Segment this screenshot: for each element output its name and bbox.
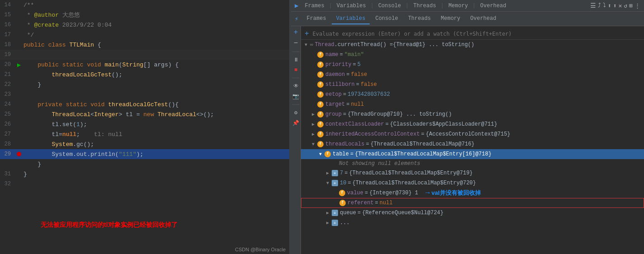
iacc-expand[interactable] (310, 131, 316, 137)
field-icon: f (317, 91, 324, 98)
watch-add-icon[interactable]: + (305, 30, 309, 38)
entry10-expand[interactable] (324, 180, 331, 186)
tab-overhead[interactable]: Overhead (466, 14, 501, 24)
entry7-expand[interactable] (324, 170, 331, 176)
top-tab-variables[interactable]: Variables (335, 2, 368, 10)
array-icon-10: ≡ (332, 180, 338, 186)
grid-icon[interactable]: ⊞ (629, 2, 633, 9)
var-name-field[interactable]: f name = "main" (301, 50, 644, 60)
field-icon: f (317, 121, 324, 127)
camera-icon[interactable]: 📷 (292, 93, 299, 100)
field-icon: f (317, 141, 324, 147)
debug-left-strip: + − ⏸ ■ 👁 📷 ⚙ 📌 (291, 26, 301, 254)
tab-variables[interactable]: Variables (332, 14, 370, 24)
watch-input[interactable] (313, 31, 640, 37)
step-out-icon[interactable]: ⬆ (608, 2, 611, 9)
code-line-15: 15 * @author 大忽悠 (0, 10, 289, 20)
code-line-18: 18 public class TTLMain { (0, 40, 289, 50)
var-ccl-field[interactable]: f contextClassLoader = {ClassLoaders$App… (301, 119, 644, 129)
code-line-28: 28 System.gc(); (0, 139, 289, 149)
ccl-expand[interactable] (310, 121, 316, 127)
var-eetop-field[interactable]: f eetop = 1973428037632 (301, 89, 644, 99)
tab-memory[interactable]: Memory (436, 14, 465, 24)
tab-threads[interactable]: Threads (404, 14, 435, 24)
settings-menu-icon[interactable]: ☰ (590, 2, 596, 9)
field-icon: f (317, 111, 324, 118)
top-tab-overhead[interactable]: Overhead (479, 2, 508, 10)
csdn-watermark: CSDN @Binary Oracle (235, 247, 286, 252)
var-target-field[interactable]: f target = null (301, 99, 644, 109)
var-referent-field[interactable]: f referent = null (301, 198, 644, 208)
gear-icon[interactable]: ⚙ (294, 109, 297, 116)
code-line-17: 17 */ (0, 30, 289, 40)
array-icon-more: ≡ (332, 220, 338, 226)
code-line-19: 19 (0, 50, 289, 60)
left-arrow-icon: ← (122, 221, 128, 232)
pause-icon[interactable]: ⏸ (293, 56, 299, 63)
tab-frames[interactable]: Frames (302, 14, 330, 24)
top-tab-console[interactable]: Console (376, 2, 403, 10)
pin-icon[interactable]: 📌 (292, 120, 299, 127)
chinese-annotation: 无法被应用程序访问的tl对象实例已经被回收掉了 (41, 221, 178, 229)
step-over-icon[interactable]: ⤴ (598, 2, 601, 9)
code-line-24: 24 private static void threadLocalGcTest… (0, 99, 289, 109)
watch-bar: + (301, 28, 644, 40)
var-daemon-field[interactable]: f daemon = false (301, 70, 644, 80)
code-line-29: 29 System.out.println("111"); (0, 149, 289, 159)
top-tab-frames[interactable]: Frames (303, 2, 326, 10)
field-icon: f (317, 61, 324, 68)
debug-resume-icon[interactable]: ▶ (295, 2, 298, 9)
null-elements-note: Not showing null elements (301, 159, 644, 168)
columns-icon[interactable]: ⋮ (635, 2, 640, 9)
var-table-field[interactable]: f table = {ThreadLocal$ThreadLocalMap$En… (301, 149, 644, 159)
tab-console[interactable]: Console (371, 14, 402, 24)
restore-icon[interactable]: ↺ (624, 2, 627, 9)
more-expand[interactable] (324, 220, 331, 226)
array-icon-queue: ≡ (332, 210, 338, 216)
val-note-arrow: → (425, 189, 430, 197)
var-value-field[interactable]: f value = {Integer@730} 1 → val并没有被回收掉 (301, 188, 644, 198)
var-priority-field[interactable]: f priority = 5 (301, 60, 644, 70)
table-expand[interactable] (317, 151, 324, 157)
step-into-icon[interactable]: ⤵ (603, 2, 606, 9)
minus-icon[interactable]: − (294, 40, 298, 47)
field-icon: f (317, 52, 324, 58)
top-tab-memory[interactable]: Memory (447, 2, 470, 10)
evaluate-icon[interactable]: ✕ (619, 2, 622, 9)
var-queue-field[interactable]: ≡ queue = {ReferenceQueue$Null@724} (301, 208, 644, 218)
code-line-32: 32 (0, 179, 289, 189)
code-line-22: 22 } (0, 80, 289, 89)
left-debug-icon[interactable]: ⚡ (295, 15, 298, 23)
code-line-27: 27 tl=null; tl: null (0, 129, 289, 139)
code-line-20: 20 ▶ public static void main(String[] ar… (0, 60, 289, 70)
var-group-field[interactable]: f group = {ThreadGroup@710} ... toString… (301, 109, 644, 119)
queue-expand[interactable] (324, 210, 331, 216)
stop-icon[interactable]: ■ (294, 67, 297, 73)
var-iacc-field[interactable]: f inheritedAccessControlContext = {Acces… (301, 129, 644, 139)
thread-root-label: Thread (315, 42, 334, 48)
top-tab-threads[interactable]: Threads (412, 2, 438, 10)
group-expand[interactable] (310, 111, 316, 118)
debug-panel: ▶ Frames | Variables | Console | Threads… (291, 0, 644, 254)
threadlocals-expand[interactable] (310, 141, 316, 147)
add-watch-icon[interactable]: + (294, 29, 298, 36)
debug-tabs-bar: ⚡ Frames Variables Console Threads Memor… (291, 12, 644, 26)
run-to-cursor-icon[interactable]: ⬆ (613, 2, 617, 9)
var-more[interactable]: ≡ ... (301, 218, 644, 228)
var-stillborn-field[interactable]: f stillborn = false (301, 80, 644, 89)
var-entry7-field[interactable]: ≡ 7 = {ThreadLocal$ThreadLocalMap$Entry@… (301, 168, 644, 178)
field-icon: f (317, 131, 324, 137)
watch-icon[interactable]: 👁 (293, 83, 299, 89)
code-editor: 14 /** 15 * @author 大忽悠 16 * @create 202… (0, 0, 289, 254)
var-entry10-field[interactable]: ≡ 10 = {ThreadLocal$ThreadLocalMap$Entry… (301, 178, 644, 188)
field-icon: f (324, 151, 331, 157)
variables-panel: + − ⏸ ■ 👁 📷 ⚙ 📌 + ∞ Thread.currentThread (291, 26, 644, 254)
code-line-23: 23 (0, 89, 289, 99)
var-threadlocals-field[interactable]: f threadLocals = {ThreadLocal$ThreadLoca… (301, 139, 644, 149)
field-icon: f (317, 101, 324, 108)
field-icon: f (317, 71, 324, 78)
field-icon: f (317, 81, 324, 88)
val-note-text: val并没有被回收掉 (432, 189, 481, 197)
breakpoint-icon (17, 152, 21, 156)
thread-root[interactable]: ∞ Thread.currentThread() = {Thread@1} ..… (301, 40, 644, 50)
